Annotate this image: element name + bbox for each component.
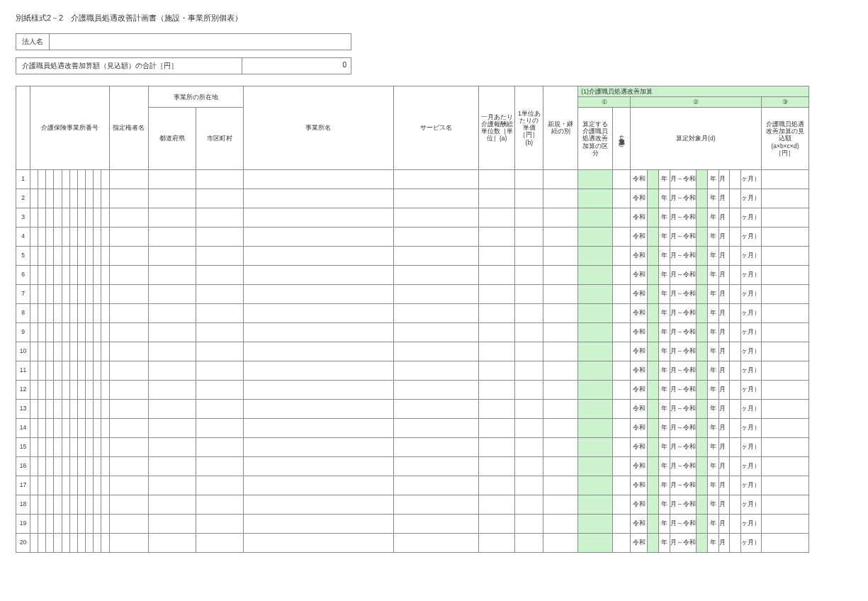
- office-no-digit[interactable]: [30, 476, 38, 495]
- office-no-digit[interactable]: [54, 342, 62, 361]
- cell-pref[interactable]: [149, 284, 196, 303]
- office-no-digit[interactable]: [62, 495, 69, 514]
- cell-units[interactable]: [478, 476, 514, 495]
- office-no-digit[interactable]: [94, 361, 101, 380]
- cell-newcont[interactable]: [543, 380, 578, 399]
- cell-units[interactable]: [478, 418, 514, 437]
- cell-office-name[interactable]: [243, 265, 393, 284]
- office-no-digit[interactable]: [86, 514, 94, 533]
- cell-newcont[interactable]: [543, 189, 578, 208]
- cell-pref[interactable]: [149, 246, 196, 265]
- cell-authority[interactable]: [109, 169, 149, 189]
- office-no-digit[interactable]: [69, 303, 77, 322]
- office-no-digit[interactable]: [46, 169, 54, 189]
- office-no-digit[interactable]: [77, 227, 85, 246]
- cell-authority[interactable]: [109, 265, 149, 284]
- cell-price[interactable]: [515, 380, 543, 399]
- office-no-digit[interactable]: [30, 265, 38, 284]
- office-no-digit[interactable]: [69, 495, 77, 514]
- date-year2-input[interactable]: [697, 303, 708, 322]
- office-no-digit[interactable]: [94, 437, 101, 456]
- office-no-digit[interactable]: [62, 514, 69, 533]
- date-year1-input[interactable]: [648, 533, 659, 552]
- date-year2-input[interactable]: [697, 208, 708, 227]
- cell-authority[interactable]: [109, 227, 149, 246]
- cell-rate[interactable]: [613, 514, 631, 533]
- office-no-digit[interactable]: [94, 303, 101, 322]
- cell-city[interactable]: [196, 322, 244, 342]
- office-no-digit[interactable]: [62, 361, 69, 380]
- cell-category[interactable]: [578, 284, 613, 303]
- cell-amount[interactable]: [761, 342, 808, 361]
- cell-category[interactable]: [578, 303, 613, 322]
- cell-price[interactable]: [515, 399, 543, 418]
- cell-category[interactable]: [578, 476, 613, 495]
- cell-office-name[interactable]: [243, 456, 393, 476]
- office-no-digit[interactable]: [69, 189, 77, 208]
- office-no-digit[interactable]: [30, 418, 38, 437]
- office-no-digit[interactable]: [101, 437, 109, 456]
- cell-city[interactable]: [196, 361, 244, 380]
- cell-office-name[interactable]: [243, 361, 393, 380]
- cell-office-name[interactable]: [243, 169, 393, 189]
- office-no-digit[interactable]: [101, 208, 109, 227]
- office-no-digit[interactable]: [54, 456, 62, 476]
- office-no-digit[interactable]: [62, 380, 69, 399]
- date-year2-input[interactable]: [697, 342, 708, 361]
- office-no-digit[interactable]: [46, 208, 54, 227]
- cell-category[interactable]: [578, 322, 613, 342]
- date-year1-input[interactable]: [648, 361, 659, 380]
- cell-city[interactable]: [196, 495, 244, 514]
- date-months-count[interactable]: [730, 227, 741, 246]
- office-no-digit[interactable]: [69, 514, 77, 533]
- cell-category[interactable]: [578, 342, 613, 361]
- cell-newcont[interactable]: [543, 495, 578, 514]
- office-no-digit[interactable]: [69, 399, 77, 418]
- office-no-digit[interactable]: [62, 342, 69, 361]
- cell-units[interactable]: [478, 208, 514, 227]
- office-no-digit[interactable]: [94, 227, 101, 246]
- office-no-digit[interactable]: [62, 322, 69, 342]
- office-no-digit[interactable]: [77, 495, 85, 514]
- office-no-digit[interactable]: [94, 284, 101, 303]
- cell-office-name[interactable]: [243, 476, 393, 495]
- office-no-digit[interactable]: [46, 303, 54, 322]
- date-year1-input[interactable]: [648, 399, 659, 418]
- cell-office-name[interactable]: [243, 303, 393, 322]
- cell-pref[interactable]: [149, 361, 196, 380]
- office-no-digit[interactable]: [54, 303, 62, 322]
- cell-pref[interactable]: [149, 399, 196, 418]
- office-no-digit[interactable]: [94, 456, 101, 476]
- cell-category[interactable]: [578, 456, 613, 476]
- date-year1-input[interactable]: [648, 169, 659, 189]
- date-year2-input[interactable]: [697, 418, 708, 437]
- cell-office-name[interactable]: [243, 208, 393, 227]
- office-no-digit[interactable]: [69, 169, 77, 189]
- date-year1-input[interactable]: [648, 284, 659, 303]
- office-no-digit[interactable]: [30, 169, 38, 189]
- cell-rate[interactable]: [613, 399, 631, 418]
- cell-newcont[interactable]: [543, 437, 578, 456]
- date-year2-input[interactable]: [697, 246, 708, 265]
- office-no-digit[interactable]: [38, 380, 46, 399]
- cell-rate[interactable]: [613, 189, 631, 208]
- cell-authority[interactable]: [109, 246, 149, 265]
- office-no-digit[interactable]: [69, 456, 77, 476]
- cell-amount[interactable]: [761, 399, 808, 418]
- office-no-digit[interactable]: [77, 533, 85, 552]
- office-no-digit[interactable]: [30, 361, 38, 380]
- cell-rate[interactable]: [613, 380, 631, 399]
- office-no-digit[interactable]: [94, 380, 101, 399]
- cell-city[interactable]: [196, 303, 244, 322]
- cell-service[interactable]: [393, 399, 478, 418]
- cell-amount[interactable]: [761, 514, 808, 533]
- cell-pref[interactable]: [149, 189, 196, 208]
- office-no-digit[interactable]: [101, 303, 109, 322]
- office-no-digit[interactable]: [54, 322, 62, 342]
- cell-units[interactable]: [478, 189, 514, 208]
- office-no-digit[interactable]: [101, 342, 109, 361]
- cell-newcont[interactable]: [543, 476, 578, 495]
- cell-service[interactable]: [393, 246, 478, 265]
- office-no-digit[interactable]: [46, 284, 54, 303]
- office-no-digit[interactable]: [69, 284, 77, 303]
